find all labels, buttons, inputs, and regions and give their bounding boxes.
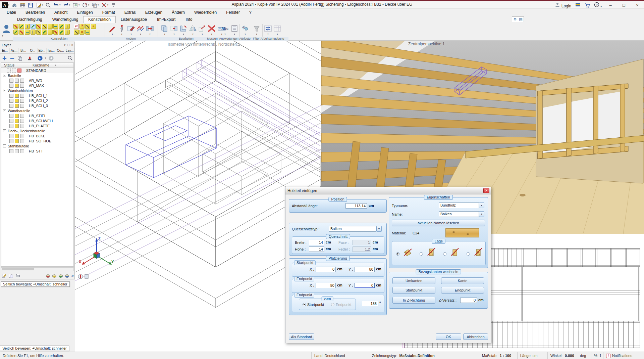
endpunkt-x-field[interactable]: -80 <box>316 283 336 288</box>
layer-row[interactable]: HB_STIEL <box>1 113 73 118</box>
menu-item-bearbeiten[interactable]: Bearbeiten <box>21 10 50 15</box>
layer-group-row[interactable]: −Wandbauteile <box>1 108 73 113</box>
tab-konstruktion[interactable]: Konstruktion <box>83 16 116 23</box>
status-laenge[interactable]: Länge:cm <box>517 352 547 359</box>
list-icon[interactable]: ▤ <box>519 17 522 21</box>
layer-set-icon[interactable] <box>45 273 51 278</box>
breite-field[interactable]: 14 <box>309 240 324 245</box>
layer-row[interactable]: HB_SCH_3 <box>1 103 73 108</box>
add-icon[interactable] <box>2 55 7 61</box>
status-land[interactable]: Land:Deutschland <box>311 352 369 359</box>
querschnittstyp-dropdown[interactable]: Balken ▼ <box>329 226 382 232</box>
tab-wandfertigung[interactable]: Wandfertigung <box>47 16 84 23</box>
construction-tool-icon[interactable] <box>42 24 47 29</box>
layer-tab-as[interactable]: As... <box>10 48 19 53</box>
radio-endpunkt[interactable]: Endpunkt <box>331 302 351 307</box>
beam-move-icon[interactable]: ▾ <box>146 25 154 36</box>
layer-row[interactable]: HB_SCH_1 <box>1 93 73 98</box>
delete-name-button[interactable]: aktuellen Namen löschen <box>392 220 485 226</box>
layer-set-icon[interactable] <box>52 273 57 278</box>
umkanten-button[interactable]: Umkanten <box>392 277 435 284</box>
construction-tool-icon[interactable] <box>48 24 53 29</box>
tools-icon[interactable]: ▾ <box>101 2 109 8</box>
menu-item-hilfe[interactable]: ? <box>245 10 256 15</box>
construction-tool-icon[interactable] <box>13 30 18 35</box>
mirror-icon[interactable]: ▾ <box>189 25 197 36</box>
copy-icon[interactable]: ▾ <box>160 25 169 36</box>
pages-icon[interactable] <box>8 273 14 278</box>
status-notifications[interactable]: !Notifications <box>603 352 644 359</box>
layer-tab-lay[interactable]: Lay... <box>65 48 74 53</box>
z-richtung-button[interactable]: In Z-Richtung <box>392 297 435 304</box>
status-deg[interactable]: deg <box>577 352 591 359</box>
sheet-edit-icon[interactable]: ▾ <box>127 25 136 36</box>
construction-tool-icon[interactable] <box>25 30 30 35</box>
tab-info[interactable]: Info <box>180 16 197 23</box>
menu-item-erzeugen[interactable]: Erzeugen <box>141 10 167 15</box>
menu-item-fenster[interactable]: Fenster <box>221 10 245 15</box>
layer-tab-eb[interactable]: Eb... <box>38 48 47 53</box>
kante-button[interactable]: Kante <box>441 277 484 284</box>
collapse-icon[interactable]: − <box>3 129 6 132</box>
edit-pencil-icon[interactable]: ▾ <box>108 25 117 36</box>
layer-row[interactable]: HB_STT <box>1 148 73 153</box>
status-winkel[interactable]: Winkel:0.000 <box>547 352 577 359</box>
printer-icon[interactable] <box>15 273 20 278</box>
project-icon[interactable] <box>12 2 17 8</box>
construction-tool-icon[interactable] <box>79 30 85 35</box>
edit-page-icon[interactable] <box>2 273 7 278</box>
back-icon[interactable] <box>37 55 43 61</box>
angle-field[interactable]: -135 <box>362 301 378 306</box>
status-percent[interactable]: %: 1 <box>591 352 603 359</box>
layer-tab-iss[interactable]: Iss... <box>47 48 56 53</box>
repeat-icon[interactable]: ▾ <box>72 2 80 8</box>
construction-tool-icon[interactable] <box>31 24 36 29</box>
tab-dachfertigung[interactable]: Dachfertigung <box>12 16 47 23</box>
construction-tool-icon[interactable] <box>79 24 85 29</box>
construction-tool-icon[interactable] <box>36 30 41 35</box>
refresh-icon[interactable]: ▾ <box>82 2 90 8</box>
stamp-icon[interactable] <box>27 55 33 61</box>
panel-float-icon[interactable]: □ <box>67 43 69 47</box>
layer-row[interactable]: HB_BLKL <box>1 133 73 138</box>
resize-icon[interactable]: ▾ <box>198 25 207 36</box>
dialog-close-button[interactable]: ✕ <box>483 188 489 193</box>
rotate-icon[interactable]: ▾ <box>179 25 188 36</box>
chevron-down-icon[interactable]: ▼ <box>479 211 484 217</box>
lage-option-4[interactable] <box>467 252 470 256</box>
menu-item-extras[interactable]: Extras <box>120 10 141 15</box>
construction-tool-icon[interactable] <box>74 30 79 35</box>
construction-tool-icon[interactable] <box>85 30 90 35</box>
redo-icon[interactable]: ▾ <box>63 2 70 8</box>
typname-dropdown[interactable]: Bundholz ▼ <box>439 203 484 208</box>
panel-dock-icon[interactable]: ▾ <box>64 43 66 47</box>
collapse-icon[interactable]: − <box>3 89 6 92</box>
tab-im-export[interactable]: Im-/Export <box>152 16 180 23</box>
workspace-grid-icon[interactable]: ▾ <box>273 25 282 36</box>
windows-icon[interactable]: 2▾ <box>92 2 99 8</box>
pin-icon[interactable]: ▾ <box>117 25 126 36</box>
layer-group-row[interactable]: −Bauteile <box>1 73 73 78</box>
forward-icon[interactable] <box>48 55 54 61</box>
layer-tab-bi[interactable]: Bi... <box>19 48 28 53</box>
help-menu-button[interactable]: ? ▾ <box>594 2 602 8</box>
chevron-down-icon[interactable]: ▼ <box>376 226 382 232</box>
undo-icon[interactable]: ▾ <box>53 2 61 8</box>
construction-tool-icon[interactable] <box>65 30 70 35</box>
construction-tool-icon[interactable] <box>59 24 64 29</box>
construction-tool-icon[interactable] <box>13 24 18 29</box>
construction-tool-icon[interactable] <box>53 24 58 29</box>
layer-row[interactable]: HB_SCH_2 <box>1 98 73 103</box>
menu-item-ansicht[interactable]: Ansicht <box>50 10 72 15</box>
flag-icon[interactable] <box>575 3 581 7</box>
collapse-icon[interactable]: − <box>3 74 6 77</box>
layer-row[interactable]: AR_WD <box>1 78 73 83</box>
lage-option-3[interactable] <box>443 252 446 256</box>
login-button[interactable]: Login <box>555 2 571 8</box>
construction-tool-icon[interactable] <box>19 30 24 35</box>
layer-row[interactable]: HB_PLATTE <box>1 123 73 128</box>
construction-tool-icon[interactable] <box>36 24 41 29</box>
remove-icon[interactable] <box>9 55 15 61</box>
tags-icon[interactable]: ▾ <box>241 25 250 36</box>
menu-item-datei[interactable]: Datei <box>2 10 21 15</box>
